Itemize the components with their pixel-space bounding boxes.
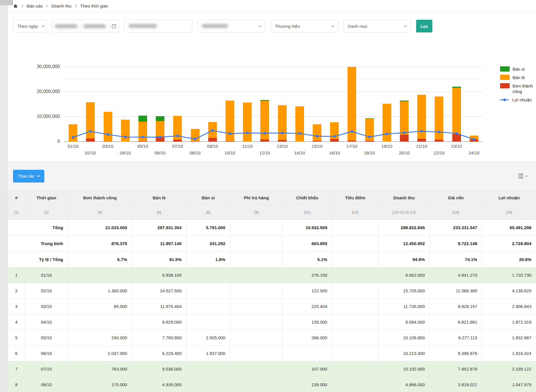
cell-Bán lẻ-02/10[interactable]: 14.527.500: [132, 283, 186, 299]
x-axis-label-06/10: 06/10: [151, 144, 169, 158]
row-date: 04/10: [25, 314, 68, 330]
profit-point-16/10[interactable]: [333, 135, 336, 138]
column-code: [5]: [132, 205, 186, 220]
profit-point-15/10[interactable]: [316, 135, 319, 138]
summary-label: Tổng: [8, 220, 68, 236]
row-index: 2: [8, 283, 25, 299]
redacted-select[interactable]: [197, 20, 265, 32]
profit-point-10/10[interactable]: [228, 132, 231, 135]
cell-Bán lẻ-03/10[interactable]: 11.875.404: [132, 299, 186, 314]
table-row-01/10: 101/106.938.100276.1006.662.0004.941.270…: [8, 267, 536, 283]
table-row-05/10: 505/10240.0007.760.8002.505.000396.00010…: [8, 330, 536, 346]
profit-point-11/10[interactable]: [246, 132, 249, 134]
cell-Đơn thành công-01/10: [68, 267, 132, 283]
profit-point-23/10[interactable]: [455, 132, 458, 135]
cell-Bán sỉ-06/10[interactable]: 1.937.000: [186, 346, 230, 361]
cell-Đơn thành công-08/10[interactable]: 170.000: [68, 377, 132, 392]
legend-item-Lợi nhuận: Lợi nhuận: [500, 97, 536, 103]
profit-point-03/10[interactable]: [107, 133, 109, 136]
period-select[interactable]: Theo ngày: [13, 20, 46, 32]
cell-Đơn thành công-02/10[interactable]: 1.300.000: [68, 283, 132, 299]
cell-Tiêu điểm-07/10: [332, 361, 378, 377]
category-select[interactable]: Danh mục: [343, 20, 411, 32]
breadcrumb-item-doanh-thu[interactable]: Doanh thu: [51, 3, 71, 8]
breadcrumb-separator: /: [46, 3, 47, 8]
chevron-down-icon: [525, 174, 528, 177]
cell-Lợi nhuận-03/10: 2.906.843: [482, 299, 536, 314]
row-date: 06/10: [25, 346, 68, 361]
cell-Đơn thành công-05/10[interactable]: 240.000: [68, 330, 132, 346]
profit-point-19/10[interactable]: [385, 133, 388, 135]
summary-cell-Phí trả hàng: [230, 236, 283, 251]
cell-Phí trả hàng-02/10: [230, 283, 283, 299]
summary-row-Tỷ lệ / Tổng: Tỷ lệ / Tổng6.7%91.5%1.8%5.1%94.9%74.1%2…: [8, 251, 536, 267]
profit-point-21/10[interactable]: [420, 130, 423, 132]
cell-Bán lẻ-08/10[interactable]: 4.935.000: [132, 377, 186, 392]
cell-Bán sỉ-04/10: [186, 314, 230, 330]
cell-Bán lẻ-07/10[interactable]: 9.536.000: [132, 361, 186, 377]
product-search-input[interactable]: [124, 20, 192, 32]
cell-Bán lẻ-06/10[interactable]: 6.229.400: [132, 346, 186, 361]
cell-Doanh thu-06/10: 10.213.400: [378, 346, 430, 361]
filter-button[interactable]: Lọc: [416, 20, 432, 32]
actions-button[interactable]: Thao tác: [13, 170, 44, 183]
profit-point-14/10[interactable]: [298, 132, 301, 135]
cell-Đơn thành công-03/10[interactable]: 85.000: [68, 299, 132, 314]
legend-swatch: [500, 75, 510, 80]
profit-point-06/10[interactable]: [159, 136, 162, 138]
profit-point-13/10[interactable]: [281, 132, 283, 134]
cell-Chiết khấu-04/10: 135.000: [283, 314, 332, 330]
profit-point-05/10[interactable]: [141, 136, 144, 138]
cell-Đơn thành công-06/10[interactable]: 2.047.000: [68, 346, 132, 361]
profit-point-04/10[interactable]: [124, 136, 127, 138]
profit-point-20/10[interactable]: [403, 132, 406, 134]
x-axis-label-18/10: 18/10: [361, 144, 378, 158]
table-header-row: #Thời gianĐơn thành côngBán lẻBán sỉPhí …: [8, 191, 536, 205]
table-toolbar: Thao tác: [8, 161, 536, 190]
legend-swatch: [500, 66, 510, 72]
profit-point-18/10[interactable]: [368, 136, 371, 138]
row-date: 01/10: [25, 267, 68, 283]
column-header-Giá vốn: Giá vốn: [430, 191, 482, 205]
table-row-02/10: 202/101.300.00014.527.500122.50015.705.0…: [8, 283, 536, 299]
summary-cell-Chiết khấu: 663.855: [283, 236, 332, 251]
summary-cell-Bán lẻ: 287.931.354: [132, 220, 186, 236]
summary-cell-Bán sỉ: 1.8%: [186, 251, 230, 267]
cell-Doanh thu-08/10: 4.866.000: [378, 377, 430, 392]
profit-point-07/10[interactable]: [176, 134, 179, 137]
summary-cell-Bán sỉ: 5.791.000: [186, 220, 230, 236]
home-icon[interactable]: [13, 4, 18, 8]
cell-Giá vốn-05/10: 8.277.113: [430, 330, 482, 346]
profit-point-01/10[interactable]: [72, 136, 74, 139]
brand-select[interactable]: Thương hiệu: [270, 20, 338, 32]
cell-Bán lẻ-01/10[interactable]: 6.938.100: [132, 267, 186, 283]
calendar-icon[interactable]: [109, 20, 119, 32]
x-axis-label-15/10: 15/10: [308, 144, 326, 158]
cell-Đơn thành công-07/10[interactable]: 763.000: [68, 361, 132, 377]
chevron-down-icon: [41, 24, 45, 27]
date-start-redacted[interactable]: [52, 24, 80, 28]
cell-Giá vốn-06/10: 8.396.976: [430, 346, 482, 361]
profit-point-24/10[interactable]: [473, 138, 475, 141]
column-code: [16]: [482, 205, 536, 220]
row-index: 8: [8, 377, 25, 392]
cell-Bán lẻ-04/10[interactable]: 8.829.000: [132, 314, 186, 330]
cell-Bán sỉ-05/10[interactable]: 2.505.000: [186, 330, 230, 346]
cell-Chiết khấu-08/10: 239.000: [283, 377, 332, 392]
profit-point-02/10[interactable]: [89, 130, 92, 133]
profit-point-08/10[interactable]: [194, 138, 196, 140]
cell-Phí trả hàng-04/10: [230, 314, 283, 330]
profit-point-12/10[interactable]: [264, 132, 266, 134]
cell-Chiết khấu-05/10: 396.000: [283, 330, 332, 346]
column-header-Bán lẻ: Bán lẻ: [132, 191, 186, 205]
brand-select-value: Thương hiệu: [271, 24, 304, 29]
breadcrumb-item-bao-cao[interactable]: Báo cáo: [27, 3, 43, 8]
column-picker-button[interactable]: [518, 173, 527, 179]
profit-point-22/10[interactable]: [438, 131, 440, 133]
date-range-input[interactable]: [52, 20, 119, 32]
date-end-redacted[interactable]: [81, 24, 109, 28]
cell-Bán lẻ-05/10[interactable]: 7.760.800: [132, 330, 186, 346]
summary-row-Tổng: Tổng21.033.000287.931.3545.791.00015.932…: [8, 220, 536, 236]
profit-point-09/10[interactable]: [211, 129, 214, 132]
profit-point-17/10[interactable]: [351, 130, 353, 133]
